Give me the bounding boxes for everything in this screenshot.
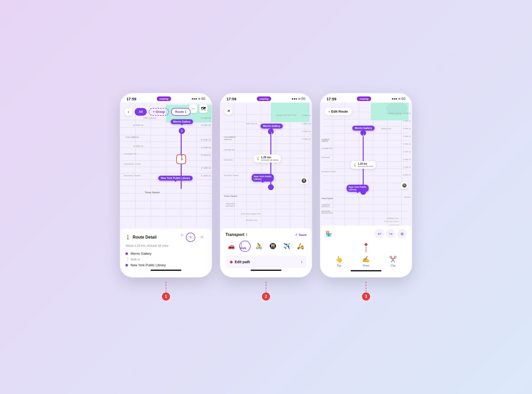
map-label-e56: E 56th St xyxy=(201,139,211,141)
step-badge-3: 3 xyxy=(361,292,371,301)
map-label-theater2: THEATERDISTRICT xyxy=(225,203,235,207)
transport-walk[interactable]: 🚶 Walk xyxy=(239,241,251,252)
map-area-2: 1 2 COLUMBUSCIRCLE Broadway Theatre Time… xyxy=(220,103,312,228)
map-label-e58-2: E 58th St xyxy=(302,138,311,140)
map-label-e48: E 48th St xyxy=(201,174,211,177)
map-label-carnegie2: Carnegie Hall xyxy=(224,149,235,151)
metro-icon-2: 🚇 xyxy=(300,177,308,184)
palette-store-icon: 🏪 xyxy=(326,231,332,237)
nav-pill-all[interactable]: All xyxy=(135,108,147,116)
stop-label-nypl: New York Public Library xyxy=(131,263,166,267)
stop-line-walk xyxy=(127,258,128,261)
stop-merrin: Merrin Gallery xyxy=(125,251,206,257)
route-num-2-1: 1 xyxy=(271,132,272,135)
redo-button[interactable]: ↪ xyxy=(386,229,395,238)
status-icons-1: ●●● ≋ 6G xyxy=(192,97,205,101)
walking-icon-title: 🚶 xyxy=(125,235,131,240)
status-time-2: 17:59 xyxy=(226,97,236,101)
tool-palette-3: 🏪 ↩ ↪ ⊕ ◆ 👆 Tap xyxy=(320,225,412,277)
merrin-gallery-pin-1: Merrin Gallery xyxy=(171,119,193,124)
draw-icon: ✍️ xyxy=(362,256,370,263)
phone1: 17:59 exping ●●● ≋ 6G ‹ All + Group Rout… xyxy=(120,93,212,278)
walking-badge-time-2: Around 18 mins xyxy=(261,159,278,161)
streets-svg-1 xyxy=(120,103,212,229)
status-time-1: 17:59 xyxy=(126,97,136,101)
status-bar-1: 17:59 exping ●●● ≋ 6G xyxy=(120,93,212,103)
undo-button[interactable]: ↩ xyxy=(375,229,384,238)
close-button-2[interactable]: ✕ xyxy=(224,107,233,115)
map-label-carnegie3: Carnegie Hall xyxy=(321,147,332,149)
map-label-columbus: COLUMBUS xyxy=(125,136,139,139)
nav-pill-group[interactable]: + Group xyxy=(149,108,169,116)
palette-tools: 👆 Tap ✍️ Draw ✂️ Clip xyxy=(326,254,407,269)
send-icon[interactable]: ▷ xyxy=(181,233,184,242)
map-label-midtown3: MIDTOWNMANHATTAN xyxy=(321,210,333,214)
map-label-e60-3: E 60th St xyxy=(403,128,411,130)
palette-indicator: ◆ xyxy=(326,241,407,252)
home-indicator-1 xyxy=(151,270,181,271)
transport-metro[interactable]: 🚇 xyxy=(267,241,278,252)
transport-plane[interactable]: ✈️ xyxy=(281,241,292,252)
map-label-e53: E 53rd St xyxy=(201,154,211,156)
transport-scooter[interactable]: 🛵 xyxy=(295,241,306,252)
tool-draw[interactable]: ✍️ Draw xyxy=(359,254,373,269)
map-label-rock2: Rockefeller xyxy=(224,159,233,161)
close-route-btn[interactable]: ✕ xyxy=(197,233,206,242)
palette-actions: ↩ ↪ ⊕ xyxy=(375,229,407,238)
dashed-line-2 xyxy=(266,282,266,292)
draw-label: Draw xyxy=(363,264,369,267)
map-label-murray2: MURRAY HILL xyxy=(246,219,258,221)
route-actions: ▷ ✎ ✕ xyxy=(181,233,206,242)
tool-clip[interactable]: ✂️ Clip xyxy=(386,254,400,269)
map-label-broadway2: Broadway Theatre xyxy=(224,174,239,176)
edit-path-row[interactable]: ◆ Edit path › xyxy=(225,255,307,268)
step-badge-1: 1 xyxy=(161,292,171,301)
status-icons-3: ●●● ≋ 6G xyxy=(392,97,406,101)
back-button-1[interactable]: ‹ xyxy=(124,108,133,116)
transport-label: Transport xyxy=(225,232,244,237)
transport-car[interactable]: 🚗 xyxy=(225,241,237,252)
map-label-lex2: Lexington Ave 63rd Street xyxy=(276,114,296,116)
walking-badge-km-2: 1.26 km xyxy=(261,156,278,159)
route-num-2-2: 2 xyxy=(271,191,272,194)
transport-header: Transport ℹ ✓ Save xyxy=(225,232,307,237)
walking-badge-time-3: Around 18 mins xyxy=(358,165,373,168)
map-label-theater3: THEATERDISTRICT xyxy=(321,204,330,208)
map-label-3rd-3: 3rd Ave xyxy=(405,196,411,198)
svg-rect-44 xyxy=(271,103,310,122)
status-icons-2: ●●● ≋ 6G xyxy=(292,97,306,101)
location-button[interactable]: ⊕ xyxy=(397,229,407,238)
map-label-times3: Times Square xyxy=(321,198,333,199)
transport-bike[interactable]: 🚴 xyxy=(253,241,264,252)
phone3: 17:59 exping ●●● ≋ 6G ‹ Edit Route xyxy=(320,93,412,278)
map-label-madison3: Madison Ave xyxy=(381,128,391,130)
svg-point-47 xyxy=(268,184,274,190)
route-detail-title: 🚶 Route Detail xyxy=(125,235,156,240)
map-label-empire3: Empire State Building xyxy=(384,221,399,222)
edit-route-icon-btn[interactable]: ✎ xyxy=(186,233,195,242)
status-bar-3: 17:59 exping ●●● ≋ 6G xyxy=(320,93,412,103)
step-badge-2: 2 xyxy=(261,292,271,301)
walk-icon-badge-3: 🚶 xyxy=(353,163,357,167)
edit-route-button-3[interactable]: ‹ Edit Route xyxy=(324,108,352,115)
streets-svg-2 xyxy=(220,103,312,228)
route-detail-subtitle: About 1.26 km, Around 18 mins xyxy=(125,244,206,248)
merrin-gallery-pin-3: Merrin Gallery xyxy=(352,126,375,131)
palette-top: 🏪 ↩ ↪ ⊕ xyxy=(326,229,407,238)
map-label-42nd: 42nd Street- Bryant Park xyxy=(241,213,261,215)
walking-badge-text-2: 1.26 km Around 18 mins xyxy=(261,156,278,161)
route-num-3-2: 2 xyxy=(363,198,364,201)
home-indicator-2 xyxy=(251,270,281,271)
phone1-wrapper: 17:59 exping ●●● ≋ 6G ‹ All + Group Rout… xyxy=(120,93,212,301)
nav-pill-route1[interactable]: Route 1 xyxy=(171,108,191,116)
status-time-3: 17:59 xyxy=(327,97,336,101)
map-label-e53-3: E 53rd St xyxy=(403,174,411,176)
tap-icon: 👆 xyxy=(335,256,343,263)
route-num-3-1: 1 xyxy=(363,134,364,137)
diamond-icon-3: ◆ xyxy=(364,241,368,247)
transport-options: 🚗 🚶 Walk 🚴 🚇 ✈️ 🛵 xyxy=(225,241,307,252)
map-label-e58-3: E 58th St xyxy=(403,143,411,145)
tool-tap[interactable]: 👆 Tap xyxy=(332,254,346,269)
save-button-2[interactable]: ✓ Save xyxy=(295,233,307,237)
map-label-broadway3: Broadway Theatre xyxy=(321,171,336,172)
